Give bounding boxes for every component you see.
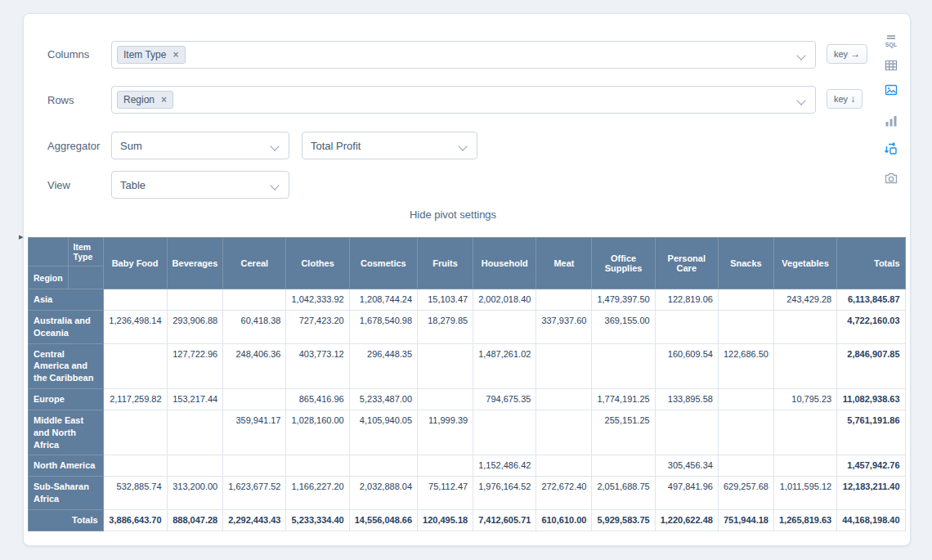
hide-pivot-settings-link[interactable]: Hide pivot settings bbox=[28, 208, 878, 221]
pivot-cell bbox=[536, 455, 592, 477]
row-header-asia: Asia bbox=[29, 289, 104, 311]
pivot-cell: 296,448.35 bbox=[349, 343, 417, 389]
col-total: 751,944.18 bbox=[718, 509, 773, 531]
col-header-fruits: Fruits bbox=[418, 238, 473, 289]
camera-icon[interactable] bbox=[882, 169, 900, 187]
pivot-header-row: Item TypeBaby FoodBeveragesCerealClothes… bbox=[29, 238, 906, 267]
pivot-row-asia: Asia1,042,333.921,208,744.2415,103.472,0… bbox=[29, 289, 906, 311]
col-total: 1,265,819.63 bbox=[773, 509, 836, 531]
pivot-cell bbox=[655, 310, 718, 343]
view-select[interactable]: Table bbox=[111, 171, 289, 199]
pivot-cell: 1,028,160.00 bbox=[286, 410, 349, 455]
row-total: 11,082,938.63 bbox=[837, 389, 905, 410]
pivot-row-middle-east-and-north-africa: Middle East and North Africa359,941.171,… bbox=[29, 410, 906, 455]
pivot-cell bbox=[536, 343, 592, 389]
right-toolbar: SQL bbox=[880, 25, 903, 187]
pivot-cell: 1,042,333.92 bbox=[286, 289, 349, 311]
pivot-cell bbox=[718, 410, 773, 455]
col-total: 5,929,583.75 bbox=[592, 509, 655, 531]
corner-blank bbox=[29, 238, 69, 267]
columns-chip-item-type[interactable]: Item Type × bbox=[117, 46, 186, 64]
columns-key-sort-button[interactable]: key → bbox=[827, 44, 867, 64]
view-label: View bbox=[47, 171, 70, 200]
pivot-cell bbox=[349, 455, 417, 477]
totals-row-header: Totals bbox=[29, 509, 104, 531]
pivot-cell: 794,675.35 bbox=[473, 389, 536, 410]
chip-remove-icon[interactable]: × bbox=[161, 95, 167, 105]
pivot-cell: 122,686.50 bbox=[718, 343, 773, 389]
chevron-down-icon[interactable] bbox=[458, 141, 467, 150]
pivot-cell bbox=[167, 289, 223, 311]
pivot-cell: 865,416.96 bbox=[286, 389, 349, 410]
pivot-cell: 4,105,940.05 bbox=[349, 410, 417, 455]
chevron-down-icon[interactable] bbox=[270, 181, 279, 190]
pivot-row-australia-and-oceania: Australia and Oceania1,236,498.14293,906… bbox=[29, 310, 906, 343]
pivot-cell bbox=[418, 343, 473, 389]
row-header-sub-saharan-africa: Sub-Saharan Africa bbox=[29, 477, 104, 510]
pivot-cell bbox=[773, 343, 836, 389]
pivot-cell: 1,487,261.02 bbox=[473, 343, 536, 389]
aggregator-label: Aggregator bbox=[47, 132, 100, 161]
col-total: 7,412,605.71 bbox=[473, 509, 536, 531]
pivot-cell: 1,236,498.14 bbox=[103, 310, 167, 343]
rows-key-sort-button[interactable]: key ↓ bbox=[827, 89, 863, 109]
pivot-cell bbox=[103, 410, 167, 455]
pivot-cell: 11,999.39 bbox=[418, 410, 473, 455]
rows-select[interactable]: Region × bbox=[111, 86, 816, 114]
col-header-office-supplies: Office Supplies bbox=[592, 238, 655, 289]
pivot-icon[interactable] bbox=[882, 140, 900, 158]
pivot-cell: 255,151.25 bbox=[592, 410, 655, 455]
pivot-row-sub-saharan-africa: Sub-Saharan Africa532,885.74313,200.001,… bbox=[29, 477, 906, 510]
pivot-row-central-america-and-the-caribbean: Central America and the Caribbean127,722… bbox=[29, 343, 906, 389]
pivot-cell bbox=[773, 310, 836, 343]
row-header-europe: Europe bbox=[29, 389, 104, 410]
pivot-cell bbox=[536, 410, 592, 455]
chevron-down-icon[interactable] bbox=[796, 96, 805, 105]
pivot-cell bbox=[473, 310, 536, 343]
view-selected-value: Table bbox=[117, 179, 146, 191]
col-header-snacks: Snacks bbox=[718, 238, 773, 289]
col-header-personal-care: Personal Care bbox=[655, 238, 718, 289]
arrow-down-icon: ↓ bbox=[850, 94, 855, 104]
pivot-cell bbox=[223, 389, 286, 410]
columns-label: Columns bbox=[47, 40, 89, 69]
row-header-central-america-and-the-caribbean: Central America and the Caribbean bbox=[29, 343, 104, 389]
pivot-cell bbox=[718, 389, 773, 410]
rows-chip-region[interactable]: Region × bbox=[117, 91, 173, 109]
sql-icon[interactable]: SQL bbox=[882, 32, 900, 50]
pivot-cell: 2,002,018.40 bbox=[473, 289, 536, 311]
panel-expand-arrow-icon[interactable]: ▸ bbox=[19, 231, 24, 242]
pivot-cell: 1,166,227.20 bbox=[286, 477, 349, 510]
pivot-cell: 127,722.96 bbox=[167, 343, 223, 389]
table-icon[interactable] bbox=[882, 56, 900, 74]
pivot-cell: 2,117,259.82 bbox=[103, 389, 167, 410]
aggregator-select[interactable]: Sum bbox=[111, 132, 289, 159]
col-header-clothes: Clothes bbox=[286, 238, 349, 289]
col-header-totals: Totals bbox=[837, 238, 905, 289]
pivot-cell: 1,623,677.52 bbox=[223, 477, 286, 510]
pivot-row-north-america: North America1,152,486.42305,456.341,457… bbox=[29, 455, 906, 477]
chip-remove-icon[interactable]: × bbox=[173, 50, 178, 60]
chart-image-icon[interactable] bbox=[882, 81, 900, 99]
pivot-cell: 532,885.74 bbox=[103, 477, 167, 510]
arrow-right-icon: → bbox=[850, 49, 860, 59]
columns-select[interactable]: Item Type × bbox=[111, 41, 816, 69]
pivot-cell bbox=[103, 289, 167, 311]
pivot-cell: 1,152,486.42 bbox=[473, 455, 536, 477]
col-header-cosmetics: Cosmetics bbox=[349, 238, 417, 289]
bar-chart-icon[interactable] bbox=[882, 112, 900, 130]
chevron-down-icon[interactable] bbox=[796, 51, 805, 60]
pivot-cell bbox=[167, 410, 223, 455]
pivot-table: Item TypeBaby FoodBeveragesCerealClothes… bbox=[28, 237, 906, 531]
key-label: key bbox=[834, 94, 848, 104]
aggregator-value-select[interactable]: Total Profit bbox=[302, 132, 477, 159]
col-header-household: Household bbox=[473, 238, 536, 289]
pivot-cell bbox=[418, 389, 473, 410]
pivot-cell: 497,841.96 bbox=[655, 477, 718, 510]
pivot-cell: 313,200.00 bbox=[167, 477, 223, 510]
pivot-cell: 160,609.54 bbox=[655, 343, 718, 389]
row-header-north-america: North America bbox=[29, 455, 104, 477]
pivot-cell bbox=[536, 289, 592, 311]
pivot-cell bbox=[167, 455, 223, 477]
chevron-down-icon[interactable] bbox=[270, 141, 279, 150]
